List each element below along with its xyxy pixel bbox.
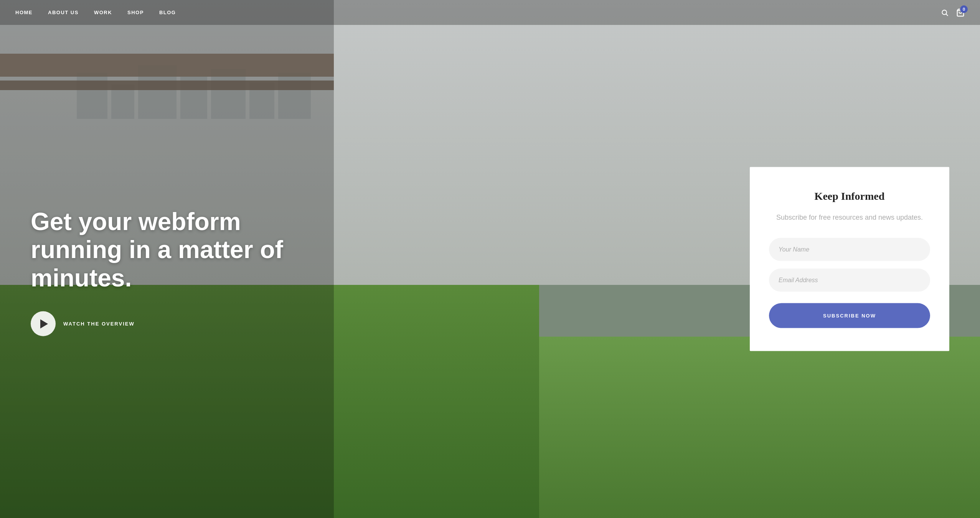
name-input[interactable] (769, 238, 930, 261)
hero-content: Get your webform running in a matter of … (31, 207, 326, 336)
hero-section: HOME ABOUT US WORK SHOP BLOG 0 (0, 0, 980, 518)
hero-title: Get your webform running in a matter of … (31, 207, 326, 292)
nav-item-about[interactable]: ABOUT US (48, 10, 79, 15)
play-icon (40, 319, 48, 328)
nav-item-blog[interactable]: BLOG (159, 10, 176, 15)
nav-item-work[interactable]: WORK (94, 10, 112, 15)
watch-container: WATCH THE OVERVIEW (31, 311, 326, 336)
nav-item-shop[interactable]: SHOP (127, 10, 144, 15)
nav-links: HOME ABOUT US WORK SHOP BLOG (15, 10, 176, 15)
navbar: HOME ABOUT US WORK SHOP BLOG 0 (0, 0, 980, 25)
form-title: Keep Informed (769, 190, 930, 202)
grass-bg-right (539, 337, 980, 518)
form-subtitle: Subscribe for free resources and news up… (769, 212, 930, 223)
search-button[interactable] (941, 9, 949, 16)
watch-label: WATCH THE OVERVIEW (63, 321, 135, 327)
subscribe-button[interactable]: SUBSCRIBE NOW (769, 303, 930, 328)
play-button[interactable] (31, 311, 56, 336)
email-input[interactable] (769, 269, 930, 292)
nav-item-home[interactable]: HOME (15, 10, 33, 15)
svg-point-0 (942, 10, 947, 15)
search-icon (941, 9, 949, 16)
nav-actions: 0 (941, 8, 965, 17)
svg-line-1 (946, 14, 948, 16)
subscribe-form-panel: Keep Informed Subscribe for free resourc… (750, 167, 949, 351)
cart-button[interactable]: 0 (956, 8, 965, 17)
cart-count: 0 (960, 5, 968, 13)
